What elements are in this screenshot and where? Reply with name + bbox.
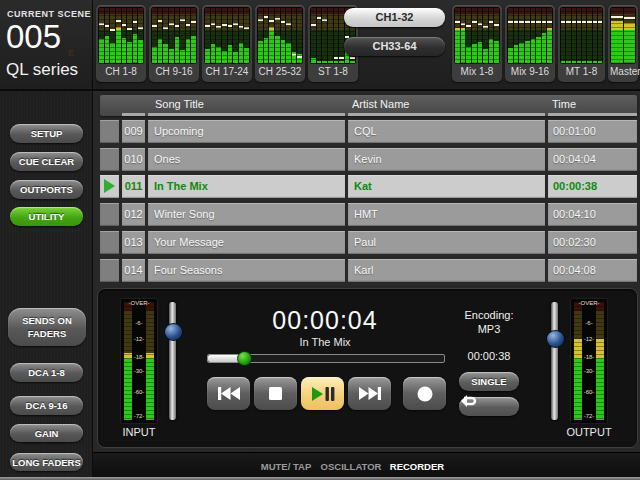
next-button[interactable] [348, 377, 391, 410]
meter-bar [577, 8, 581, 63]
meter-bar [489, 8, 494, 63]
meter-bar [211, 8, 216, 63]
meter-bar-fill [494, 41, 499, 63]
song-icon-cell [100, 148, 119, 171]
peak-hold-indicator [258, 19, 263, 21]
output-fader-knob[interactable] [546, 330, 565, 348]
meter-bar [186, 8, 191, 63]
song-row-010[interactable]: 010OnesKevin00:04:04 [100, 148, 637, 171]
meter-bar [99, 8, 104, 63]
meter-bar-fill [478, 42, 483, 63]
peak-hold-indicator [133, 21, 138, 23]
single-mode-button[interactable]: SINGLE [459, 372, 519, 391]
sidebar-button-dca-1-8[interactable]: DCA 1-8 [10, 363, 83, 382]
meter-bar [472, 8, 477, 63]
meter-bank-ch-17-24[interactable]: CH 17-24 [202, 5, 252, 82]
peak-hold-indicator [127, 28, 132, 30]
input-meter-label: INPUT [109, 426, 169, 438]
sidebar-button-long-faders[interactable]: LONG FADERS [10, 453, 83, 471]
progress-bar[interactable] [207, 354, 445, 363]
sidebar-button-gain[interactable]: GAIN [10, 424, 83, 442]
sidebar-button-dca-9-16[interactable]: DCA 9-16 [10, 396, 83, 415]
play-pause-button[interactable] [301, 377, 344, 410]
tab-oscillator[interactable]: OSCILLATOR [321, 461, 382, 472]
input-fader-track[interactable] [169, 302, 176, 420]
meter-bar-fill [572, 61, 576, 63]
meter-bar-fill [281, 40, 286, 63]
previous-button[interactable] [207, 377, 250, 410]
meter-bar [122, 8, 127, 63]
sidebar-button-setup[interactable]: SETUP [10, 124, 83, 143]
meter-bar-fill [598, 61, 602, 63]
meter-display [151, 7, 197, 64]
song-row-013[interactable]: 013Your MessagePaul00:02:30 [100, 231, 637, 254]
meter-bar-fill [258, 41, 263, 63]
meter-bar-fill [582, 61, 586, 63]
meter-display [257, 7, 303, 64]
sidebar-button-outports[interactable]: OUTPORTS [10, 180, 83, 199]
peak-hold-indicator [158, 20, 163, 22]
meter-bar-fill [138, 40, 143, 63]
sidebar-button-cue-clear[interactable]: CUE CLEAR [10, 152, 83, 171]
meter-bar [233, 8, 238, 63]
meter-bar [317, 8, 322, 63]
tab-mute-tap[interactable]: MUTE/ TAP [261, 461, 312, 472]
meter-bar [514, 8, 519, 63]
peak-hold-indicator [461, 23, 466, 25]
meter-bar [531, 8, 536, 63]
elapsed-time-display: 00:00:04 [230, 306, 420, 335]
meter-page-ch1-32-button[interactable]: CH1-32 [344, 8, 445, 27]
meter-display [98, 7, 144, 64]
song-icon-cell [100, 175, 119, 198]
peak-hold-indicator [611, 16, 623, 18]
peak-hold-indicator [531, 21, 536, 23]
record-icon [417, 386, 433, 402]
meter-bank-mix-1-8[interactable]: Mix 1-8 [452, 5, 502, 82]
song-artist-cell: Kat [348, 175, 545, 198]
meter-bar [566, 8, 570, 63]
sidebar-button-sends-on-faders[interactable]: SENDS ON FADERS [8, 308, 86, 346]
meter-bar [542, 8, 547, 63]
song-artist-cell: Paul [348, 231, 545, 254]
input-fader-knob[interactable] [164, 323, 183, 341]
record-button[interactable] [403, 377, 446, 410]
meter-bank-label: CH 1-8 [98, 64, 144, 80]
meter-bar [297, 8, 302, 63]
song-row-012[interactable]: 012Winter SongHMT00:04:10 [100, 203, 637, 226]
meter-bank-mix-9-16[interactable]: Mix 9-16 [505, 5, 555, 82]
top-bar: CURRENT SCENE 005 E QL series CH 1-8CH 9… [0, 0, 640, 91]
meter-bank-ch-1-8[interactable]: CH 1-8 [96, 5, 146, 82]
tab-recorder[interactable]: RECORDER [390, 461, 444, 472]
meter-bar-fill [269, 27, 274, 63]
meter-bar [561, 8, 565, 63]
column-header-song-title: Song Title [155, 98, 204, 110]
peak-hold-indicator [598, 21, 602, 23]
meter-bank-label: Master [610, 64, 636, 80]
meter-bank-mt-1-8[interactable]: MT 1-8 [558, 5, 605, 82]
peak-hold-indicator [317, 17, 322, 19]
song-row-009[interactable]: 009UpcomingCQL00:01:00 [100, 120, 637, 143]
meter-page-ch33-64-button[interactable]: CH33-64 [344, 37, 445, 56]
song-row-011[interactable]: 011In The MixKat00:00:38 [100, 175, 637, 198]
meter-bar-fill [566, 61, 570, 63]
output-fader-track[interactable] [551, 302, 558, 420]
stop-button[interactable] [254, 377, 297, 410]
meter-bank-ch-25-32[interactable]: CH 25-32 [255, 5, 305, 82]
meter-bar-fill [531, 39, 536, 63]
repeat-mode-button[interactable] [459, 397, 519, 416]
meter-bar-fill [466, 47, 471, 64]
meter-bar [258, 8, 263, 63]
level-meter-fill [596, 339, 604, 420]
meter-bar [593, 8, 597, 63]
meter-bar-fill [322, 61, 327, 63]
meter-bar-fill [624, 23, 636, 63]
sidebar-button-utility[interactable]: UTILITY [10, 207, 83, 226]
peak-hold-indicator [466, 25, 471, 27]
meter-bank-master[interactable]: Master [608, 5, 638, 82]
meter-bank-ch-9-16[interactable]: CH 9-16 [149, 5, 199, 82]
meter-bar-fill [519, 43, 524, 63]
meter-bar-fill [244, 48, 249, 63]
meter-bar [239, 8, 244, 63]
encoding-value: MP3 [455, 322, 523, 336]
song-row-014[interactable]: 014Four SeasonsKarl00:04:08 [100, 259, 637, 282]
